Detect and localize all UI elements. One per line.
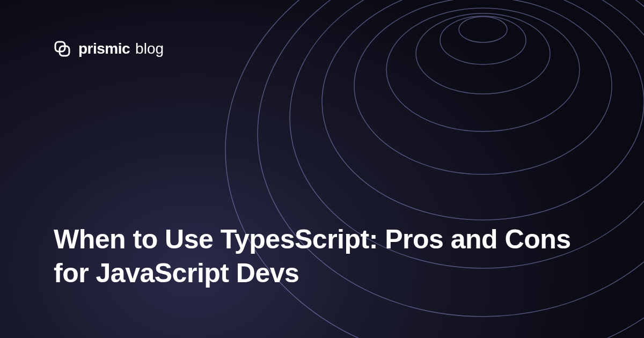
hero-card: prismic blog When to Use TypesScript: Pr… <box>0 0 644 338</box>
header: prismic blog <box>54 40 164 57</box>
section-label: blog <box>135 40 164 57</box>
svg-point-5 <box>386 8 580 131</box>
article-title: When to Use TypesScript: Pros and Cons f… <box>54 223 590 290</box>
svg-point-8 <box>459 17 507 42</box>
svg-point-6 <box>416 13 550 94</box>
svg-point-7 <box>440 16 526 64</box>
prismic-logo-icon <box>54 40 71 57</box>
svg-point-3 <box>322 0 644 220</box>
brand-name: prismic <box>78 40 130 57</box>
svg-point-4 <box>354 0 612 174</box>
